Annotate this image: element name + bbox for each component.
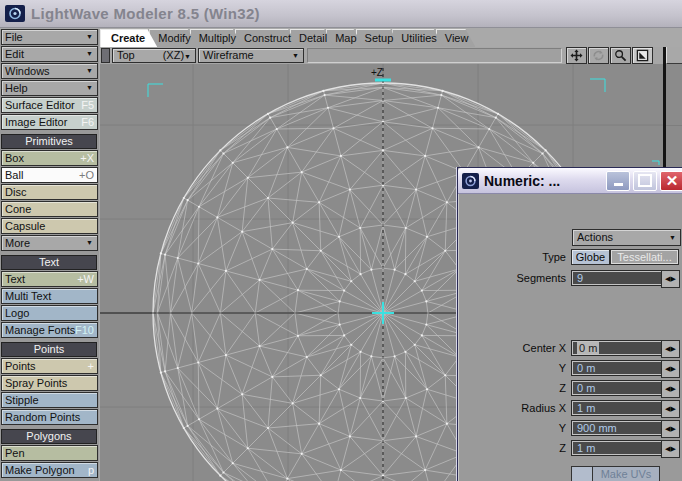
radius-z-label: Z <box>459 440 566 456</box>
chevron-down-icon: ▼ <box>86 64 93 78</box>
shortcut-label: F6 <box>81 115 94 129</box>
menu-windows[interactable]: Windows▼ <box>1 63 98 79</box>
center-z-label: Z <box>459 380 566 396</box>
tool-random-points[interactable]: Random Points <box>1 409 98 425</box>
tool-cone[interactable]: Cone <box>1 201 98 217</box>
chevron-down-icon: ▼ <box>292 49 299 62</box>
segments-label: Segments <box>459 270 566 286</box>
radius-x-stepper[interactable]: ◀▶ <box>661 400 680 418</box>
expand-pane-icon <box>636 49 649 62</box>
section-header-points: Points <box>1 342 97 357</box>
radius-x-field[interactable]: 1 m <box>571 400 669 416</box>
titlebar[interactable]: LightWave Modeler 8.5 (Win32) <box>0 0 682 28</box>
lightwave-app-icon <box>5 5 25 22</box>
minimize-button[interactable] <box>606 171 630 191</box>
app-window: LightWave Modeler 8.5 (Win32) File▼ Edit… <box>0 0 682 481</box>
section-header-text: Text <box>1 255 97 270</box>
center-y-label: Y <box>459 360 566 376</box>
surface-editor-button[interactable]: Surface EditorF5 <box>1 97 98 113</box>
view-axes-label: (XZ) <box>163 49 184 61</box>
tool-ball[interactable]: Ball+O <box>1 167 98 183</box>
window-title: LightWave Modeler 8.5 (Win32) <box>31 5 260 22</box>
section-header-primitives: Primitives <box>1 134 97 149</box>
center-x-stepper[interactable]: ◀▶ <box>661 340 680 358</box>
rotate-icon <box>592 49 605 62</box>
numeric-panel-title: Numeric: ... <box>484 173 603 189</box>
chevron-down-icon: ▼ <box>86 47 93 61</box>
expand-pane-button[interactable] <box>632 47 653 64</box>
close-button[interactable]: ✕ <box>660 171 682 191</box>
type-option-globe[interactable]: Globe <box>571 249 610 265</box>
center-x-label: Center X <box>459 340 566 356</box>
tool-pen[interactable]: Pen <box>1 445 98 461</box>
menu-file[interactable]: File▼ <box>1 29 98 45</box>
chevron-down-icon: ▼ <box>184 53 191 60</box>
make-uvs-label: Make UVs <box>593 467 659 481</box>
center-z-field[interactable]: 0 m <box>571 380 669 396</box>
center-y-field[interactable]: 0 m <box>571 360 669 376</box>
radius-y-label: Y <box>459 420 566 436</box>
svg-text:+Z: +Z <box>371 67 383 78</box>
center-y-stepper[interactable]: ◀▶ <box>661 360 680 378</box>
section-header-polygons: Polygons <box>1 429 97 444</box>
tab-create[interactable]: Create <box>100 29 157 47</box>
radius-z-field[interactable]: 1 m <box>571 440 669 456</box>
pan-icon <box>570 49 583 62</box>
type-label: Type <box>459 249 566 265</box>
actions-dropdown[interactable]: Actions ▼ <box>572 229 681 246</box>
numeric-panel: Numeric: ... ✕ Actions ▼ Type Globe Tess… <box>457 167 682 481</box>
chevron-down-icon: ▼ <box>669 230 676 245</box>
tool-box[interactable]: Box+X <box>1 150 98 166</box>
tool-disc[interactable]: Disc <box>1 184 98 200</box>
center-x-field[interactable]: 0 m <box>571 340 669 356</box>
make-uvs-checkbox[interactable] <box>572 467 593 481</box>
tool-more-menu[interactable]: More▼ <box>1 235 98 251</box>
tab-construct[interactable]: Construct <box>235 29 298 47</box>
tool-make-polygon[interactable]: Make Polygonp <box>1 462 98 478</box>
segments-stepper[interactable]: ◀▶ <box>661 270 680 288</box>
menu-help[interactable]: Help▼ <box>1 80 98 96</box>
tool-points[interactable]: Points+ <box>1 358 98 374</box>
numeric-panel-body: Actions ▼ Type Globe Tessellati... Segme… <box>458 194 682 481</box>
view-type-dropdown[interactable]: Top (XZ)▼ <box>112 48 196 63</box>
pan-view-button[interactable] <box>566 47 587 64</box>
center-z-stepper[interactable]: ◀▶ <box>661 380 680 398</box>
tool-capsule[interactable]: Capsule <box>1 218 98 234</box>
minimize-icon <box>614 183 623 186</box>
viewport-header: Top (XZ)▼ Wireframe ▼ <box>100 47 663 65</box>
make-uvs-button[interactable]: Make UVs <box>571 466 660 481</box>
chevron-down-icon: ▼ <box>86 236 93 250</box>
viewport-title-strip[interactable] <box>307 48 562 63</box>
shading-mode-dropdown[interactable]: Wireframe ▼ <box>198 48 304 63</box>
tool-stipple[interactable]: Stipple <box>1 392 98 408</box>
tab-bar: Create Modify Multiply Construct Detail … <box>100 29 682 47</box>
tool-manage-fonts[interactable]: Manage FontsF10 <box>1 322 98 338</box>
radius-y-field[interactable]: 900 mm <box>571 420 669 436</box>
tool-spray-points[interactable]: Spray Points <box>1 375 98 391</box>
maximize-icon <box>638 174 652 187</box>
close-icon: ✕ <box>666 173 679 188</box>
segments-field[interactable]: 9 <box>571 270 669 286</box>
second-pane-header <box>666 47 682 64</box>
magnifier-icon <box>614 49 627 62</box>
rotate-view-button[interactable] <box>588 47 609 64</box>
tool-multi-text[interactable]: Multi Text <box>1 288 98 304</box>
tool-text[interactable]: Text+W <box>1 271 98 287</box>
chevron-down-icon: ▼ <box>86 30 93 44</box>
view-type-label: Top <box>117 49 135 62</box>
tool-logo[interactable]: Logo <box>1 305 98 321</box>
radius-x-label: Radius X <box>459 400 566 416</box>
zoom-view-button[interactable] <box>610 47 631 64</box>
menu-edit[interactable]: Edit▼ <box>1 46 98 62</box>
type-option-tessellation[interactable]: Tessellati... <box>610 249 679 265</box>
lightwave-dialog-icon <box>462 173 479 189</box>
maximize-button[interactable] <box>633 171 657 191</box>
radius-y-stepper[interactable]: ◀▶ <box>661 420 680 438</box>
chevron-down-icon: ▼ <box>86 81 93 95</box>
sidebar: File▼ Edit▼ Windows▼ Help▼ Surface Edito… <box>0 29 99 481</box>
viewport-grip[interactable] <box>101 48 110 63</box>
radius-z-stepper[interactable]: ◀▶ <box>661 440 680 458</box>
image-editor-button[interactable]: Image EditorF6 <box>1 114 98 130</box>
shading-mode-label: Wireframe <box>203 49 254 62</box>
numeric-panel-titlebar[interactable]: Numeric: ... ✕ <box>458 168 682 194</box>
